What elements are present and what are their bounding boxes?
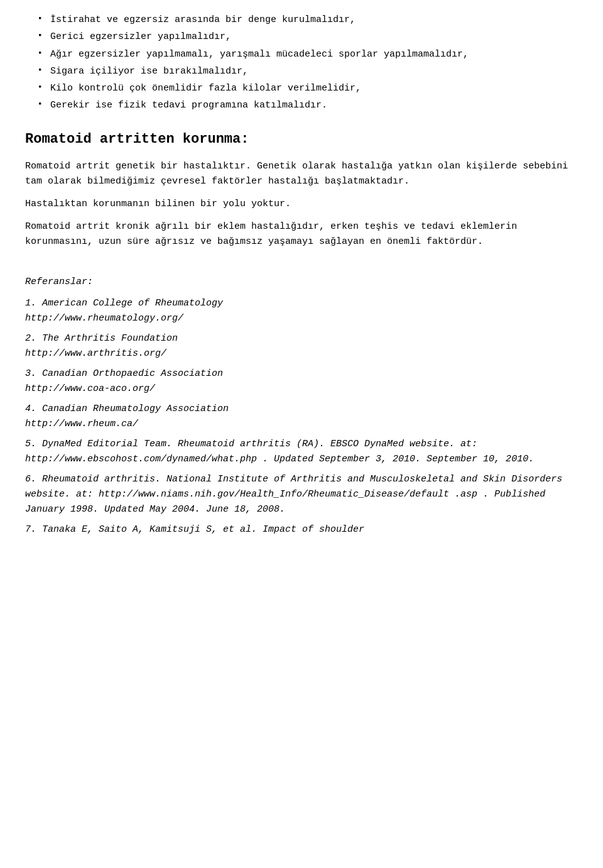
bullet-item: İstirahat ve egzersiz arasında bir denge…: [38, 13, 578, 27]
bullet-item: Gerici egzersizler yapılmalıdır,: [38, 30, 578, 44]
bullet-item: Ağır egzersizler yapılmamalı, yarışmalı …: [38, 47, 578, 62]
reference-item: 3. Canadian Orthopaedic Associationhttp:…: [25, 366, 578, 397]
reference-item: 7. Tanaka E, Saito A, Kamitsuji S, et al…: [25, 522, 578, 537]
section-heading: Romatoid artritten korunma:: [25, 128, 578, 150]
references-section: Referanslar: 1. American College of Rheu…: [25, 275, 578, 537]
reference-item: 4. Canadian Rheumatology Associationhttp…: [25, 402, 578, 432]
paragraph: Romatoid artrit kronik ağrılı bir eklem …: [25, 219, 578, 250]
bullet-item: Kilo kontrolü çok önemlidir fazla kilola…: [38, 81, 578, 96]
references-list: 1. American College of Rheumatologyhttp:…: [25, 296, 578, 537]
bullet-item: Gerekir ise fizik tedavi programına katı…: [38, 98, 578, 113]
paragraph: Hastalıktan korunmanın bilinen bir yolu …: [25, 197, 578, 212]
paragraph: Romatoid artrit genetik bir hastalıktır.…: [25, 159, 578, 189]
reference-item: 1. American College of Rheumatologyhttp:…: [25, 296, 578, 326]
bullet-list: İstirahat ve egzersiz arasında bir denge…: [38, 13, 578, 113]
reference-item: 2. The Arthritis Foundationhttp://www.ar…: [25, 331, 578, 361]
reference-item: 5. DynaMed Editorial Team. Rheumatoid ar…: [25, 437, 578, 467]
paragraphs-container: Romatoid artrit genetik bir hastalıktır.…: [25, 159, 578, 250]
reference-item: 6. Rheumatoid arthritis. National Instit…: [25, 472, 578, 517]
bullet-item: Sigara içiliyor ise bırakılmalıdır,: [38, 64, 578, 79]
references-label: Referanslar:: [25, 275, 578, 290]
